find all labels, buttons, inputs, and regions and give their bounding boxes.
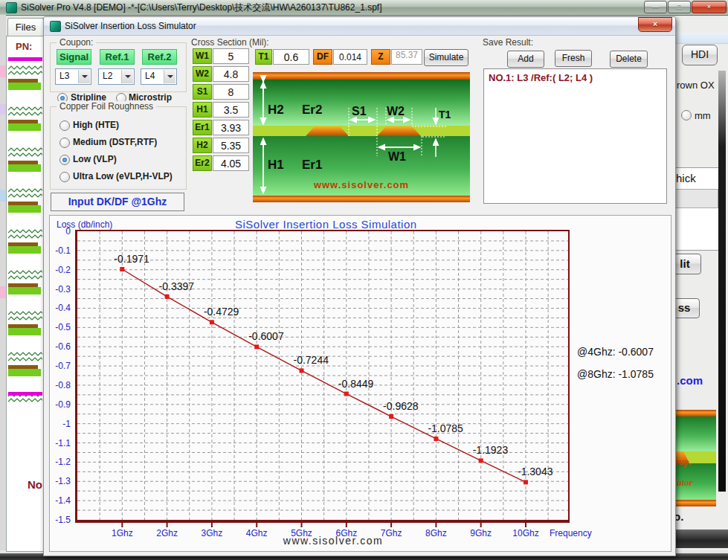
y-tick-label: -1.4	[55, 495, 71, 506]
stackup-panel: PN: No	[6, 36, 45, 552]
t1-field-label: T1	[255, 49, 272, 65]
diagram-s1-label: S1	[352, 105, 367, 118]
main-window-titlebar: SiSolver Pro V4.8 [DEMO] -*-[C:\Users\Te…	[0, 0, 728, 16]
input-dkdf-button[interactable]: Input DK/DF @1Ghz	[51, 193, 184, 211]
data-point-label: -0.3397	[159, 280, 195, 292]
data-point-marker	[210, 320, 214, 324]
scrollbar-strip[interactable]	[718, 71, 726, 492]
save-result-list[interactable]: NO.1: L3 /Ref:( L2; L4 )	[483, 68, 667, 204]
hdi-button[interactable]: HDI	[682, 45, 718, 65]
er1-field-label: Er1	[193, 120, 212, 135]
roughness-ultralow-radio[interactable]	[59, 172, 70, 182]
roughness-high-label: High (HTE)	[73, 120, 119, 130]
chevron-down-icon[interactable]	[164, 70, 175, 83]
url-fragment: .com	[677, 374, 703, 387]
cross-section-diagram: H2 Er2 S1 W2 T1 H1 Er1 W1 www.sisolver.c…	[253, 72, 470, 202]
ref2-layer-select[interactable]: L4	[141, 68, 177, 85]
chevron-down-icon[interactable]	[121, 70, 133, 83]
roughness-high-radio[interactable]	[59, 120, 70, 131]
y-tick-label: -1.3	[55, 476, 71, 486]
x-tick-label: 8Ghz	[425, 528, 447, 538]
chart-annotation: @4Ghz: -0.6007	[577, 346, 654, 358]
thick-input[interactable]	[674, 189, 718, 208]
roughness-medium-radio[interactable]	[59, 138, 70, 148]
z-output: 85.37	[391, 49, 422, 65]
pn-label: PN:	[16, 41, 32, 52]
desktop-color-patch	[0, 286, 6, 298]
diagram-er2-label: Er2	[302, 103, 322, 117]
cross-section-label: Cross Section (Mil):	[191, 37, 269, 48]
chart-watermark: www.sisolver.com	[283, 535, 383, 547]
y-tick-label: -0.5	[55, 322, 71, 332]
window-controls: — □ ×	[644, 1, 727, 13]
desktop-color-patch	[0, 65, 6, 77]
thick-label: hick	[676, 172, 696, 184]
simulate-button[interactable]: Simulate	[424, 49, 468, 66]
dialog-close-button[interactable]: ×	[638, 17, 672, 32]
diagram-h1-label: H1	[268, 158, 284, 172]
ref2-button[interactable]: Ref.2	[142, 49, 177, 65]
coupon-group: Coupon: Signal Ref.1 Ref.2 L3 L2 L4	[50, 42, 187, 92]
minimize-button[interactable]: —	[644, 1, 667, 13]
df-input[interactable]	[333, 49, 367, 65]
main-window-title: SiSolver Pro V4.8 [DEMO] -*-[C:\Users\Te…	[21, 0, 381, 15]
fresh-button[interactable]: Fresh	[555, 50, 592, 67]
screen: SiSolver Pro V4.8 [DEMO] -*-[C:\Users\Te…	[0, 0, 728, 560]
y-tick-label: -0.4	[55, 303, 71, 313]
y-tick-label: -0.9	[55, 399, 71, 410]
signal-layer-select[interactable]: L3	[55, 68, 91, 85]
y-tick-label: -0.1	[55, 245, 71, 256]
s1-input[interactable]	[213, 84, 249, 100]
app-icon	[6, 2, 17, 13]
loss-chart-panel: 1Ghz2Ghz3Ghz4Ghz5Ghz6Ghz7Ghz8Ghz9Ghz10Gh…	[49, 215, 671, 552]
coupon-group-label: Coupon:	[57, 37, 96, 48]
x-tick-label: 9Ghz	[470, 528, 492, 538]
roughness-medium-label: Medium (DSTF,RTF)	[73, 137, 157, 147]
data-point-label: -1.0785	[428, 422, 463, 434]
ref1-button[interactable]: Ref.1	[100, 49, 135, 65]
h2-input[interactable]	[213, 138, 249, 153]
x-tick-label: 10Ghz	[512, 528, 538, 538]
roughness-group-label: Copper Foil Roughness	[57, 101, 156, 112]
thick-box: hick	[671, 167, 722, 251]
loss-chart: 1Ghz2Ghz3Ghz4Ghz5Ghz6Ghz7Ghz8Ghz9Ghz10Gh…	[50, 216, 671, 553]
roughness-low-label: Low (VLP)	[73, 154, 117, 164]
w2-input[interactable]	[213, 66, 249, 82]
data-point-label: -0.1971	[114, 253, 149, 265]
chart-annotation: @8Ghz: -1.0785	[577, 368, 654, 380]
ref2-layer-value: L4	[145, 71, 155, 81]
data-point-marker	[254, 344, 259, 349]
w1-input[interactable]	[213, 48, 249, 64]
y-tick-label: -1.5	[55, 515, 71, 525]
maximize-button[interactable]: □	[668, 1, 691, 13]
data-point-marker	[344, 392, 349, 396]
ref1-layer-value: L2	[103, 71, 112, 81]
close-button[interactable]: ×	[692, 1, 727, 13]
diagram-site-text: www.sisolver.com	[313, 179, 409, 190]
chart-title: SiSolver Insertion Loss Simulation	[235, 218, 417, 231]
df-field-label: DF	[313, 49, 332, 65]
brown-ox-label: rown OX	[677, 80, 715, 91]
data-point-marker	[165, 295, 170, 299]
signal-button[interactable]: Signal	[57, 49, 91, 65]
mm-radio[interactable]	[681, 110, 692, 120]
diagram-w1-label: W1	[388, 150, 406, 163]
h1-input[interactable]	[213, 102, 249, 118]
bottom-right-band	[675, 530, 728, 548]
files-tab[interactable]: Files	[7, 18, 44, 36]
t1-input[interactable]	[273, 49, 309, 65]
data-point-marker	[524, 480, 528, 484]
add-button[interactable]: Add	[507, 51, 544, 68]
roughness-low-radio[interactable]	[59, 155, 70, 165]
er1-input[interactable]	[213, 120, 249, 135]
chevron-down-icon[interactable]	[78, 70, 90, 83]
y-tick-label: -0.8	[55, 380, 71, 390]
y-axis-title: Loss (db/inch)	[57, 219, 112, 230]
er2-input[interactable]	[213, 155, 249, 171]
dialog-titlebar: SiSolver Insertion Loss Simulator ×	[44, 17, 675, 36]
ref1-layer-select[interactable]: L2	[98, 68, 135, 85]
delete-button[interactable]: Delete	[610, 51, 648, 68]
w1-field-label: W1	[193, 48, 212, 64]
save-result-item[interactable]: NO.1: L3 /Ref:( L2; L4 )	[484, 69, 666, 83]
desktop-color-patch	[0, 190, 6, 202]
